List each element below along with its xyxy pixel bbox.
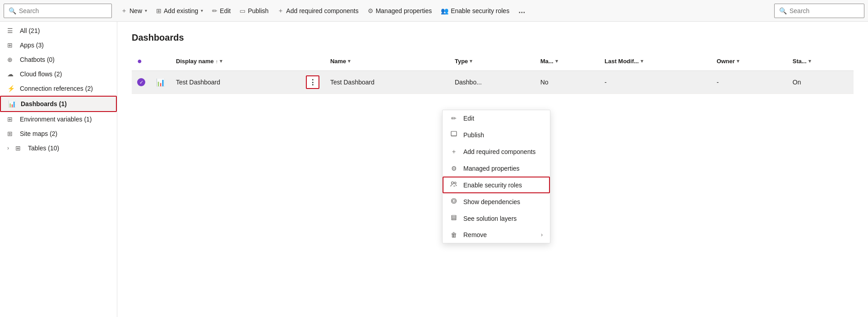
publish-icon: ▭ bbox=[240, 7, 245, 14]
ctx-edit-icon: ✏ bbox=[450, 115, 458, 122]
dashboard-row-icon: 📊 bbox=[156, 79, 165, 86]
ctx-remove-label: Remove bbox=[463, 231, 487, 238]
enable-security-button[interactable]: 👥 Enable security roles bbox=[437, 5, 513, 16]
page-title: Dashboards bbox=[132, 33, 854, 43]
content-area: Dashboards ● Display name ↑ ▾ bbox=[117, 22, 868, 317]
sidebar-item-tables[interactable]: › ⊞ Tables (10) bbox=[0, 141, 117, 155]
select-all-check[interactable]: ● bbox=[137, 56, 142, 65]
expand-icon: › bbox=[7, 145, 9, 151]
new-chevron: ▾ bbox=[145, 8, 147, 13]
row-type: Dashbo... bbox=[449, 71, 535, 94]
ctx-remove[interactable]: 🗑 Remove › bbox=[443, 227, 550, 243]
sidebar-item-dashboards[interactable]: 📊 Dashboards (1) bbox=[0, 96, 117, 112]
ctx-show-deps-label: Show dependencies bbox=[463, 198, 520, 205]
search-input-left[interactable] bbox=[19, 7, 107, 14]
cloud-flows-icon: ☁ bbox=[7, 70, 15, 78]
ctx-publish-icon bbox=[450, 131, 458, 139]
col-status[interactable]: Sta... ▾ bbox=[787, 52, 854, 71]
col-managed[interactable]: Ma... ▾ bbox=[535, 52, 599, 71]
row-owner: - bbox=[711, 71, 787, 94]
row-three-dot-cell[interactable]: ⋮ bbox=[300, 71, 325, 94]
row-selected-check: ✓ bbox=[137, 78, 145, 86]
search-box-left[interactable]: 🔍 bbox=[4, 4, 112, 18]
site-maps-icon: ⊞ bbox=[7, 130, 15, 137]
sidebar-item-site-maps-label: Site maps (2) bbox=[20, 130, 57, 137]
publish-button[interactable]: ▭ Publish bbox=[236, 5, 272, 16]
new-button[interactable]: ＋ New ▾ bbox=[117, 5, 151, 17]
ctx-show-deps[interactable]: Show dependencies bbox=[443, 193, 550, 210]
ctx-managed-props-label: Managed properties bbox=[463, 165, 520, 172]
row-context-menu-button[interactable]: ⋮ bbox=[306, 75, 319, 89]
enable-security-label: Enable security roles bbox=[451, 7, 509, 14]
col-owner[interactable]: Owner ▾ bbox=[711, 52, 787, 71]
col-type-label: Type bbox=[455, 58, 468, 65]
ctx-edit[interactable]: ✏ Edit bbox=[443, 110, 550, 126]
svg-point-4 bbox=[452, 200, 455, 202]
row-icon-cell: 📊 bbox=[151, 71, 171, 94]
row-check[interactable]: ✓ bbox=[132, 71, 151, 94]
ctx-managed-props-icon: ⚙ bbox=[450, 165, 458, 172]
managed-properties-button[interactable]: ⚙ Managed properties bbox=[364, 5, 436, 16]
row-name: Test Dashboard bbox=[325, 71, 449, 94]
ctx-add-required-icon: ＋ bbox=[450, 148, 458, 156]
col-last-modified-label: Last Modif... bbox=[605, 58, 639, 65]
connection-refs-icon: ⚡ bbox=[7, 85, 15, 92]
security-icon: 👥 bbox=[441, 7, 448, 14]
svg-rect-6 bbox=[452, 215, 456, 217]
svg-point-5 bbox=[452, 199, 457, 204]
col-name-label: Name bbox=[330, 58, 346, 65]
col-status-label: Sta... bbox=[793, 58, 807, 65]
gear-icon: ⚙ bbox=[368, 7, 374, 14]
add-existing-button[interactable]: ⊞ Add existing ▾ bbox=[152, 5, 207, 16]
sidebar-item-dashboards-label: Dashboards (1) bbox=[21, 100, 67, 107]
sidebar-item-cloud-flows[interactable]: ☁ Cloud flows (2) bbox=[0, 67, 117, 81]
svg-point-2 bbox=[452, 182, 454, 184]
sidebar-item-site-maps[interactable]: ⊞ Site maps (2) bbox=[0, 126, 117, 141]
ctx-add-required[interactable]: ＋ Add required components bbox=[443, 143, 550, 160]
sidebar-item-connection-refs-label: Connection references (2) bbox=[20, 85, 93, 92]
row-managed: No bbox=[535, 71, 599, 94]
ctx-remove-chevron: › bbox=[541, 232, 543, 238]
col-name[interactable]: Name ▾ bbox=[325, 52, 449, 71]
edit-button[interactable]: ✏ Edit bbox=[208, 5, 234, 16]
ctx-remove-icon: 🗑 bbox=[450, 231, 458, 238]
search-icon-right: 🔍 bbox=[779, 7, 787, 14]
ctx-publish-label: Publish bbox=[463, 131, 484, 139]
col-owner-label: Owner bbox=[716, 58, 734, 65]
search-box-right[interactable]: 🔍 bbox=[774, 4, 864, 18]
all-icon: ☰ bbox=[7, 27, 15, 34]
ctx-show-deps-icon bbox=[450, 198, 458, 205]
search-input-right[interactable] bbox=[790, 7, 859, 14]
sidebar-item-apps[interactable]: ⊞ Apps (3) bbox=[0, 38, 117, 52]
more-button[interactable]: ... bbox=[515, 4, 529, 17]
table-row[interactable]: ✓ 📊 Test Dashboard ⋮ Test Dashboard Dash… bbox=[132, 71, 854, 94]
ctx-enable-security[interactable]: Enable security roles bbox=[443, 177, 550, 193]
type-sort-icon: ▾ bbox=[470, 58, 472, 64]
col-three-dot-header bbox=[300, 52, 325, 71]
ctx-managed-props[interactable]: ⚙ Managed properties bbox=[443, 160, 550, 177]
ctx-enable-security-icon bbox=[450, 181, 458, 189]
ctx-see-layers[interactable]: See solution layers bbox=[443, 210, 550, 227]
col-display-name[interactable]: Display name ↑ ▾ bbox=[171, 52, 300, 71]
add-required-button[interactable]: ＋ Add required components bbox=[274, 5, 362, 17]
sidebar-item-all[interactable]: ☰ All (21) bbox=[0, 23, 117, 38]
chatbots-icon: ⊕ bbox=[7, 56, 15, 63]
add-existing-label: Add existing bbox=[164, 7, 198, 14]
svg-rect-0 bbox=[451, 131, 457, 136]
edit-label: Edit bbox=[220, 7, 231, 14]
sidebar-item-env-vars[interactable]: ⊞ Environment variables (1) bbox=[0, 112, 117, 126]
ctx-see-layers-icon bbox=[450, 214, 458, 222]
col-managed-label: Ma... bbox=[540, 58, 554, 65]
svg-rect-8 bbox=[452, 219, 456, 220]
context-menu: ✏ Edit Publish ＋ Add required components… bbox=[442, 110, 550, 243]
sidebar-item-connection-refs[interactable]: ⚡ Connection references (2) bbox=[0, 81, 117, 96]
managed-sort-icon: ▾ bbox=[555, 58, 558, 64]
sidebar-item-chatbots[interactable]: ⊕ Chatbots (0) bbox=[0, 52, 117, 67]
ctx-publish[interactable]: Publish bbox=[443, 126, 550, 143]
col-type[interactable]: Type ▾ bbox=[449, 52, 535, 71]
apps-icon: ⊞ bbox=[7, 42, 15, 49]
last-modified-sort-icon: ▾ bbox=[641, 58, 643, 64]
dashboards-icon: 📊 bbox=[8, 100, 16, 107]
col-last-modified[interactable]: Last Modif... ▾ bbox=[599, 52, 711, 71]
sidebar-item-env-vars-label: Environment variables (1) bbox=[20, 116, 92, 123]
